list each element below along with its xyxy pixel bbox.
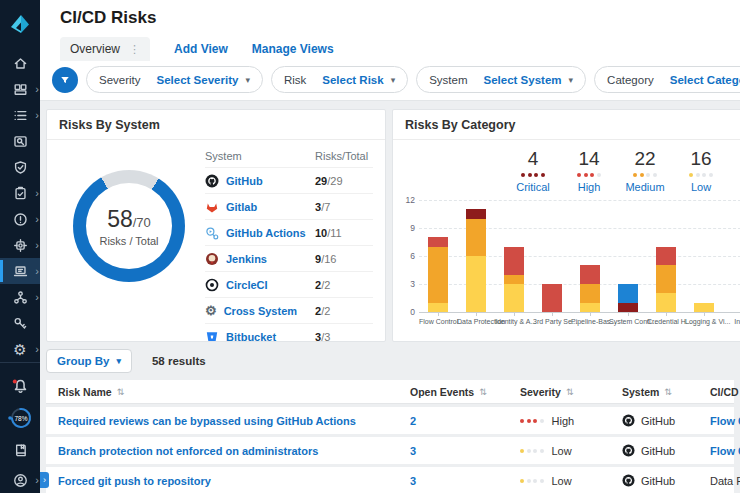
category-bar-chart: 036912 Flow Control..Data ProtectionIden…: [403, 201, 740, 326]
group-by-button[interactable]: Group By ▾: [46, 349, 132, 373]
group-by-label: Group By: [57, 355, 109, 367]
system-row: Bitbucket 3/3: [205, 323, 373, 342]
sidebar-item-governance[interactable]: ›: [0, 180, 40, 206]
filter-severity[interactable]: Severity Select Severity ▾: [86, 66, 263, 93]
sidebar-item-policies[interactable]: ›: [0, 102, 40, 128]
add-view-link[interactable]: Add View: [174, 42, 228, 56]
filter-risk[interactable]: Risk Select Risk ▾: [271, 66, 408, 93]
risks-by-system-title: Risks By System: [47, 110, 385, 140]
x-label: 3rd Party Se...: [533, 313, 571, 326]
filter-value: Select Category: [670, 74, 740, 86]
kebab-menu-icon[interactable]: ⋮: [129, 43, 140, 56]
github-icon: [622, 444, 635, 457]
severity-dots-icon: [729, 173, 740, 177]
system-link[interactable]: Cross System: [224, 305, 297, 317]
github-actions-icon: [205, 226, 219, 240]
image-search-icon: [12, 133, 29, 150]
bar-0: [419, 201, 457, 312]
system-link[interactable]: Gitlab: [226, 201, 257, 213]
col-risk-name[interactable]: Risk Name⇅: [46, 386, 398, 398]
x-label: Credential H...: [647, 313, 685, 326]
sidebar-item-alerts[interactable]: ›: [0, 206, 40, 232]
filter-button[interactable]: [52, 67, 78, 93]
sidebar-expand-button[interactable]: ›: [40, 472, 49, 488]
notifications-button[interactable]: [0, 373, 40, 399]
severity-dots-icon: [561, 173, 617, 177]
category-link[interactable]: Flow Control M: [710, 445, 740, 457]
stat-label[interactable]: Medium: [617, 181, 673, 193]
donut-total-value: /70: [133, 215, 151, 230]
system-link[interactable]: Jenkins: [226, 253, 267, 265]
risk-name-link[interactable]: Branch protection not enforced on admini…: [58, 445, 318, 457]
risk-name-link[interactable]: Forced git push to repository: [58, 475, 211, 487]
severity-dots-icon: [505, 173, 561, 177]
bar-3: [533, 201, 571, 312]
sidebar-item-compliance[interactable]: [0, 154, 40, 180]
filter-value: Select Risk: [322, 74, 383, 86]
x-label: Data Protection: [457, 313, 495, 326]
sidebar-item-image-scan[interactable]: [0, 128, 40, 154]
sort-icon[interactable]: ⇅: [664, 387, 672, 397]
bar-segment-low: [428, 303, 448, 312]
open-events-link[interactable]: 3: [410, 445, 416, 457]
bar-1: [457, 201, 495, 312]
tab-overview[interactable]: Overview ⋮: [60, 37, 150, 61]
stat-label[interactable]: Infor: [729, 181, 740, 193]
bar-segment-low: [694, 303, 714, 312]
key-icon: [12, 315, 29, 332]
sidebar-item-settings[interactable]: ⚙ ›: [0, 336, 40, 362]
system-link[interactable]: GitHub Actions: [226, 227, 306, 239]
sort-icon[interactable]: ⇅: [566, 387, 574, 397]
account-button[interactable]: ›: [0, 467, 40, 493]
open-events-link[interactable]: 2: [410, 415, 416, 427]
usage-meter-button[interactable]: 78%: [0, 403, 40, 433]
sidebar-item-network[interactable]: ›: [0, 284, 40, 310]
stat-count: 16: [673, 148, 729, 170]
system-link[interactable]: CircleCI: [226, 279, 268, 291]
chart-x-axis: Flow Control..Data ProtectionIdentity & …: [419, 313, 740, 326]
bar-segment-high: [580, 265, 600, 284]
chevron-right-icon: ›: [35, 475, 39, 486]
y-tick-label: 0: [410, 307, 415, 317]
chevron-right-icon: ›: [35, 188, 39, 199]
risks-donut-ring: 58/70 Risks / Total: [73, 170, 185, 282]
docs-button[interactable]: [0, 437, 40, 463]
filter-category[interactable]: Category Select Category ▾: [594, 66, 740, 93]
system-link[interactable]: Bitbucket: [226, 331, 276, 343]
bar-segment-medium: [580, 284, 600, 303]
risks-donut-chart: 58/70 Risks / Total: [53, 144, 205, 342]
risk-name-link[interactable]: Required reviews can be bypassed using G…: [58, 415, 356, 427]
system-link[interactable]: GitHub: [226, 175, 263, 187]
col-risks-total: Risks/Total: [315, 150, 373, 162]
severity-dots-icon: [617, 173, 673, 177]
system-row: ⚙Cross System 2/2: [205, 297, 373, 323]
filter-system[interactable]: System Select System ▾: [416, 66, 586, 93]
bar-segment-medium: [466, 219, 486, 256]
col-severity[interactable]: Severity⇅: [508, 386, 610, 398]
category-link[interactable]: Flow Control M: [710, 415, 740, 427]
stat-label[interactable]: Critical: [505, 181, 561, 193]
filter-value: Select Severity: [157, 74, 239, 86]
manage-views-link[interactable]: Manage Views: [252, 42, 334, 56]
stat-label[interactable]: High: [561, 181, 617, 193]
severity-dots-icon: [520, 419, 544, 423]
sort-icon[interactable]: ⇅: [117, 387, 125, 397]
chip-icon: [12, 237, 29, 254]
stat-label[interactable]: Low: [673, 181, 729, 193]
col-system[interactable]: System⇅: [610, 386, 698, 398]
col-open-events[interactable]: Open Events⇅: [398, 386, 508, 398]
open-events-link[interactable]: 3: [410, 475, 416, 487]
risk-row: Forced git push to repository 3 Low GitH…: [46, 467, 734, 493]
sidebar-item-identity[interactable]: [0, 310, 40, 336]
filter-label: Category: [607, 74, 654, 86]
results-bar: Group By ▾ 58 results: [46, 349, 732, 373]
sidebar-item-home[interactable]: [0, 50, 40, 76]
sidebar-item-compute[interactable]: ›: [0, 232, 40, 258]
bar-segment-low: [504, 284, 524, 312]
sidebar-item-dashboards[interactable]: ›: [0, 76, 40, 102]
stat-count: [729, 148, 740, 170]
sort-icon[interactable]: ⇅: [479, 387, 487, 397]
col-cicd-category[interactable]: CI/CD Catego: [698, 386, 740, 398]
sidebar-item-application-security[interactable]: ›: [0, 258, 40, 284]
bar-segment-high: [656, 247, 676, 266]
